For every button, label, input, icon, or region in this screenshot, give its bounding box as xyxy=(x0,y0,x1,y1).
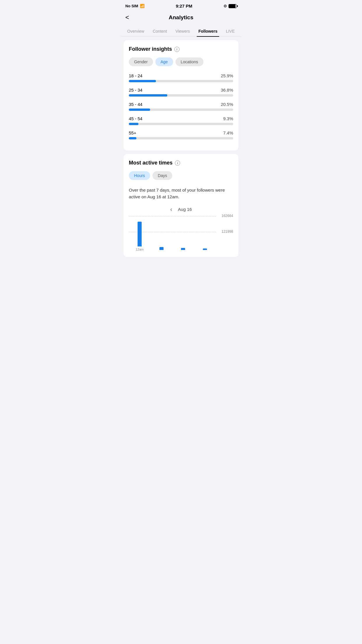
filter-buttons: Gender Age Locations xyxy=(129,57,233,66)
follower-insights-title: Follower insights i xyxy=(129,46,233,52)
age-range-label: 18 - 24 xyxy=(129,73,143,78)
chart-max-label: 162664 xyxy=(222,214,233,218)
age-row: 18 - 24 25.9% xyxy=(129,73,233,82)
bar-track xyxy=(129,108,233,111)
bar-fill xyxy=(129,94,167,97)
bar-track xyxy=(129,80,233,82)
locations-filter-button[interactable]: Locations xyxy=(175,57,203,66)
age-row: 35 - 44 20.5% xyxy=(129,102,233,111)
bar-3 xyxy=(203,249,207,250)
battery-icon xyxy=(229,4,237,8)
age-label-row: 25 - 34 36.8% xyxy=(129,88,233,92)
age-label-row: 35 - 44 20.5% xyxy=(129,102,233,107)
age-range-label: 55+ xyxy=(129,130,136,135)
bar-fill xyxy=(129,108,150,111)
carrier-label: No SIM xyxy=(125,4,138,8)
tab-live[interactable]: LIVE xyxy=(224,26,236,36)
nav-header: < Analytics xyxy=(121,10,241,26)
info-icon[interactable]: i xyxy=(174,47,180,52)
lock-rotation-icon: ⊙ xyxy=(224,4,227,8)
age-percent-label: 9.3% xyxy=(223,116,233,121)
age-label-row: 18 - 24 25.9% xyxy=(129,73,233,78)
hours-filter-button[interactable]: Hours xyxy=(129,171,150,180)
age-row: 45 - 54 9.3% xyxy=(129,116,233,125)
bar-track xyxy=(129,94,233,97)
back-button[interactable]: < xyxy=(125,13,131,22)
bar-label-12am: 12am xyxy=(136,248,144,251)
age-percent-label: 25.9% xyxy=(221,73,233,78)
tab-bar: Overview Content Viewers Followers LIVE xyxy=(121,26,241,37)
age-percent-label: 36.8% xyxy=(221,88,233,92)
tab-overview[interactable]: Overview xyxy=(126,26,146,36)
age-row: 25 - 34 36.8% xyxy=(129,88,233,97)
wifi-icon: 📶 xyxy=(140,4,145,8)
chart-prev-button[interactable]: ‹ xyxy=(170,206,172,213)
bar-fill xyxy=(129,123,138,125)
status-right: ⊙ xyxy=(224,4,237,8)
most-active-times-card: Most active times i Hours Days Over the … xyxy=(124,154,238,257)
tab-viewers[interactable]: Viewers xyxy=(174,26,192,36)
bar-col-1 xyxy=(151,247,173,251)
bars-container: 12am xyxy=(129,216,216,251)
chart-mid-label: 121998 xyxy=(222,230,233,234)
bar-2 xyxy=(181,248,185,250)
status-bar: No SIM 📶 9:27 PM ⊙ xyxy=(121,0,241,10)
status-time: 9:27 PM xyxy=(176,4,192,8)
bar-12am xyxy=(138,222,142,246)
bar-1 xyxy=(159,247,164,250)
bar-fill xyxy=(129,137,136,139)
bar-col-2 xyxy=(172,248,194,251)
active-times-info-icon[interactable]: i xyxy=(175,160,180,166)
age-label-row: 45 - 54 9.3% xyxy=(129,116,233,121)
bar-track xyxy=(129,137,233,139)
bar-fill xyxy=(129,80,156,82)
chart-nav: ‹ Aug 16 xyxy=(129,206,233,213)
bar-track xyxy=(129,123,233,125)
age-range-label: 45 - 54 xyxy=(129,116,143,121)
chart-area: 162664 121998 12am xyxy=(129,216,233,251)
age-row: 55+ 7.4% xyxy=(129,130,233,139)
active-times-filter-buttons: Hours Days xyxy=(129,171,233,180)
tab-followers[interactable]: Followers xyxy=(197,26,219,36)
bar-col-3 xyxy=(194,249,216,251)
status-left: No SIM 📶 xyxy=(125,4,145,8)
chart-date-label: Aug 16 xyxy=(178,207,192,212)
page-title: Analytics xyxy=(169,14,193,21)
follower-insights-card: Follower insights i Gender Age Locations… xyxy=(124,40,238,150)
active-times-description: Over the past 7 days, most of your follo… xyxy=(129,187,233,200)
age-filter-button[interactable]: Age xyxy=(155,57,173,66)
age-percent-label: 20.5% xyxy=(221,102,233,107)
age-percent-label: 7.4% xyxy=(223,130,233,135)
age-range-label: 25 - 34 xyxy=(129,88,143,92)
tab-content[interactable]: Content xyxy=(151,26,169,36)
days-filter-button[interactable]: Days xyxy=(152,171,172,180)
age-bars-container: 18 - 24 25.9% 25 - 34 36.8% 35 - 44 20.5… xyxy=(129,73,233,139)
gender-filter-button[interactable]: Gender xyxy=(129,57,153,66)
age-label-row: 55+ 7.4% xyxy=(129,130,233,135)
most-active-times-title: Most active times i xyxy=(129,160,233,166)
bar-col-12am: 12am xyxy=(129,222,151,251)
age-range-label: 35 - 44 xyxy=(129,102,143,107)
